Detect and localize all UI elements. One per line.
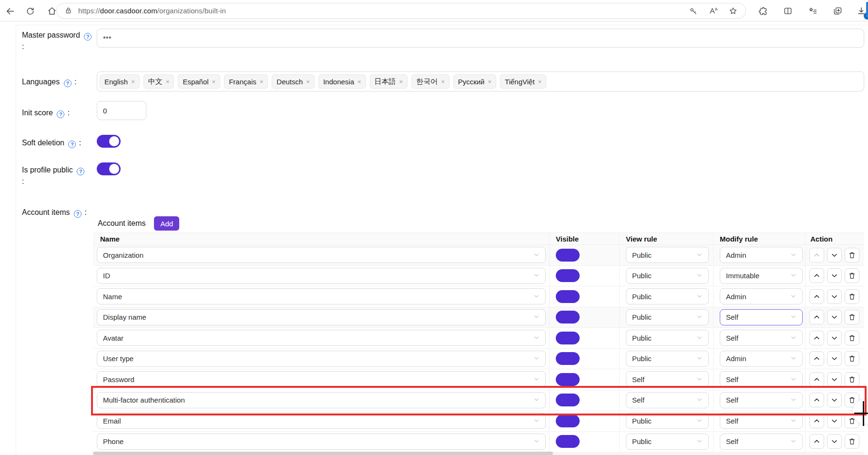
language-tag[interactable]: 中文× <box>143 74 174 89</box>
move-up-button[interactable] <box>809 372 824 387</box>
move-up-button[interactable] <box>809 351 824 366</box>
is-profile-public-toggle[interactable] <box>97 162 121 175</box>
move-down-button[interactable] <box>827 414 842 428</box>
delete-button[interactable] <box>845 331 859 345</box>
address-bar[interactable]: https://door.casdoor.com/organizations/b… <box>56 3 746 19</box>
language-tag[interactable]: Deutsch× <box>272 74 315 89</box>
account-item-name-select[interactable]: Avatar <box>97 330 546 346</box>
visible-toggle[interactable] <box>556 373 580 386</box>
visible-toggle[interactable] <box>556 394 580 406</box>
favorites-bar-icon[interactable] <box>806 4 820 18</box>
account-item-name-select[interactable]: Email <box>97 413 546 429</box>
move-down-button[interactable] <box>827 289 842 304</box>
account-item-name-select[interactable]: ID <box>97 268 546 284</box>
visible-toggle[interactable] <box>556 269 580 282</box>
visible-toggle[interactable] <box>556 249 580 262</box>
move-down-button[interactable] <box>827 434 842 449</box>
init-score-input[interactable]: 0 <box>97 101 146 120</box>
help-icon[interactable]: ? <box>57 111 64 118</box>
add-button[interactable]: Add <box>154 216 179 231</box>
modify-rule-select[interactable]: Self <box>720 413 803 429</box>
move-down-button[interactable] <box>827 248 842 263</box>
move-down-button[interactable] <box>827 310 842 324</box>
scrollbar-thumb[interactable] <box>93 452 553 455</box>
modify-rule-select[interactable]: Self <box>720 309 803 325</box>
move-down-button[interactable] <box>827 372 842 387</box>
visible-toggle[interactable] <box>556 311 580 324</box>
soft-deletion-toggle[interactable] <box>97 135 121 148</box>
modify-rule-select[interactable]: Self <box>720 434 803 450</box>
delete-button[interactable] <box>845 434 859 449</box>
help-icon[interactable]: ? <box>77 168 84 175</box>
modify-rule-select[interactable]: Immutable <box>720 268 803 284</box>
lock-icon[interactable] <box>64 7 72 15</box>
account-item-name-select[interactable]: Name <box>97 288 546 304</box>
account-item-name-select[interactable]: Password <box>97 371 546 387</box>
master-password-input[interactable]: *** <box>97 29 864 48</box>
remove-tag-icon[interactable]: × <box>212 78 216 85</box>
language-tag[interactable]: English× <box>100 74 140 89</box>
view-rule-select[interactable]: Public <box>626 309 709 325</box>
move-up-button[interactable] <box>809 393 824 407</box>
view-rule-select[interactable]: Public <box>626 413 709 429</box>
remove-tag-icon[interactable]: × <box>441 78 445 85</box>
move-down-button[interactable] <box>827 331 842 345</box>
remove-tag-icon[interactable]: × <box>399 78 403 85</box>
language-tag[interactable]: TiếngViệt× <box>500 74 546 89</box>
move-up-button[interactable] <box>809 268 824 283</box>
view-rule-select[interactable]: Public <box>626 351 709 367</box>
move-up-button[interactable] <box>809 434 824 449</box>
view-rule-select[interactable]: Public <box>626 268 709 284</box>
account-item-name-select[interactable]: Organization <box>97 247 546 263</box>
modify-rule-select[interactable]: Admin <box>720 351 803 367</box>
modify-rule-select[interactable]: Self <box>720 392 803 408</box>
account-item-name-select[interactable]: Multi-factor authentication <box>97 392 546 408</box>
visible-toggle[interactable] <box>556 435 580 448</box>
move-up-button[interactable] <box>809 289 824 304</box>
password-key-icon[interactable] <box>687 5 699 17</box>
remove-tag-icon[interactable]: × <box>131 78 135 85</box>
move-up-button[interactable] <box>809 331 824 345</box>
horizontal-scrollbar[interactable] <box>93 452 864 455</box>
move-down-button[interactable] <box>827 393 842 407</box>
remove-tag-icon[interactable]: × <box>260 78 264 85</box>
view-rule-select[interactable]: Self <box>626 392 709 408</box>
languages-input[interactable]: English×中文×Español×Français×Deutsch×Indo… <box>97 71 864 91</box>
language-tag[interactable]: Français× <box>224 74 268 89</box>
account-item-name-select[interactable]: User type <box>97 351 546 367</box>
language-tag[interactable]: 日本語× <box>370 74 408 89</box>
split-screen-icon[interactable] <box>781 4 795 18</box>
move-up-button[interactable] <box>809 310 824 324</box>
delete-button[interactable] <box>845 310 859 324</box>
account-item-name-select[interactable]: Phone <box>97 434 546 450</box>
view-rule-select[interactable]: Public <box>626 247 709 263</box>
help-icon[interactable]: ? <box>84 33 92 40</box>
modify-rule-select[interactable]: Self <box>720 371 803 387</box>
help-icon[interactable]: ? <box>74 210 82 218</box>
language-tag[interactable]: Español× <box>178 74 220 89</box>
delete-button[interactable] <box>845 268 859 283</box>
view-rule-select[interactable]: Public <box>626 330 709 346</box>
delete-button[interactable] <box>845 248 859 263</box>
visible-toggle[interactable] <box>556 290 580 303</box>
visible-toggle[interactable] <box>556 332 580 344</box>
move-down-button[interactable] <box>827 268 842 283</box>
view-rule-select[interactable]: Self <box>626 371 709 387</box>
remove-tag-icon[interactable]: × <box>306 78 310 85</box>
modify-rule-select[interactable]: Admin <box>720 247 803 263</box>
extensions-icon[interactable] <box>756 4 770 18</box>
collections-icon[interactable] <box>830 4 845 18</box>
modify-rule-select[interactable]: Admin <box>720 288 803 304</box>
language-tag[interactable]: Русский× <box>453 74 496 89</box>
remove-tag-icon[interactable]: × <box>488 78 491 85</box>
remove-tag-icon[interactable]: × <box>166 78 170 85</box>
move-up-button[interactable] <box>809 414 824 428</box>
visible-toggle[interactable] <box>556 352 580 365</box>
delete-button[interactable] <box>845 351 859 366</box>
view-rule-select[interactable]: Public <box>626 288 709 304</box>
delete-button[interactable] <box>845 372 859 387</box>
help-icon[interactable]: ? <box>64 80 71 87</box>
back-icon[interactable] <box>3 4 17 18</box>
account-item-name-select[interactable]: Display name <box>97 309 546 325</box>
language-tag[interactable]: 한국어× <box>411 74 449 89</box>
